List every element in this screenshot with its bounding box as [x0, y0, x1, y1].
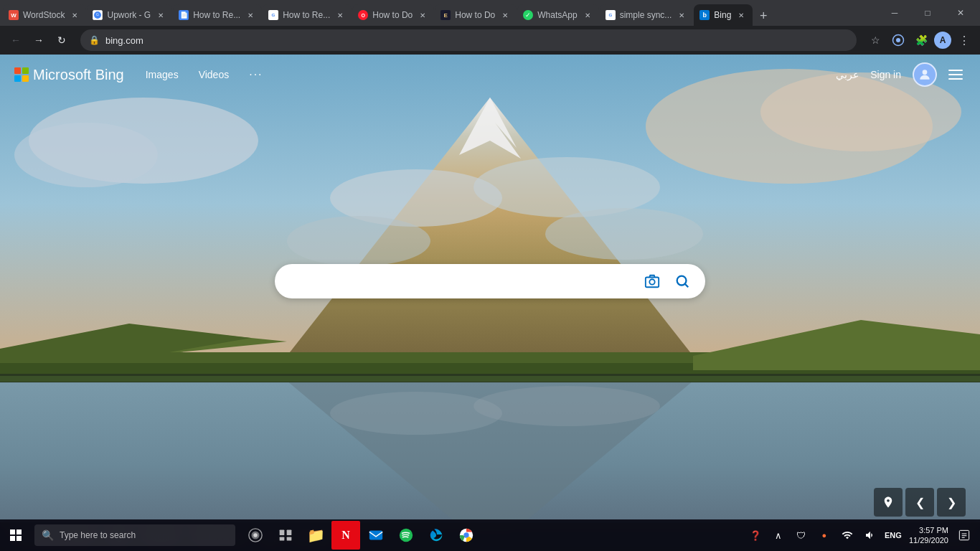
- svg-rect-40: [287, 537, 292, 541]
- tab-favicon-bing: b: [699, 10, 710, 20]
- visual-search-button[interactable]: [639, 268, 665, 294]
- start-button[interactable]: [0, 519, 32, 551]
- taskbar-mail[interactable]: [362, 521, 390, 550]
- svg-point-26: [473, 386, 660, 426]
- tab-close-howtodo1[interactable]: ✕: [417, 9, 428, 21]
- tab-favicon-howtodo1: O: [358, 10, 368, 20]
- systray-volume[interactable]: [860, 525, 880, 545]
- tab-close-howrev[interactable]: ✕: [245, 9, 256, 21]
- bing-user-avatar[interactable]: [913, 62, 937, 87]
- new-tab-button[interactable]: +: [753, 6, 773, 26]
- image-prev-button[interactable]: ❮: [905, 488, 934, 517]
- tab-howrev[interactable]: 📄 How to Re... ✕: [173, 4, 262, 26]
- tab-bing[interactable]: b Bing ✕: [694, 4, 753, 26]
- image-location-button[interactable]: [874, 488, 903, 517]
- svg-rect-41: [369, 531, 382, 540]
- taskbar-systray: ❓ ∧ 🛡 ● ENG 3:57 PM 11/29/2020: [745, 525, 980, 546]
- systray-network[interactable]: [837, 525, 857, 545]
- tab-howreg[interactable]: G How to Re... ✕: [263, 4, 352, 26]
- search-input[interactable]: [289, 275, 639, 288]
- taskbar-edge[interactable]: [422, 521, 451, 550]
- bookmark-button[interactable]: ☆: [865, 30, 885, 50]
- search-button[interactable]: [665, 264, 699, 298]
- tab-close-simplesync[interactable]: ✕: [676, 9, 687, 21]
- taskbar-netflix[interactable]: N: [331, 521, 360, 550]
- background-landscape: [0, 55, 980, 551]
- systray-notification-center[interactable]: [954, 525, 974, 545]
- tab-close-howtodo2[interactable]: ✕: [499, 9, 511, 21]
- tab-label-howtodo2: How to Do: [455, 10, 495, 20]
- bing-nav-images[interactable]: Images: [146, 69, 179, 80]
- tab-favicon-whatsapp: ✓: [523, 10, 533, 20]
- systray-clock[interactable]: 3:57 PM 11/29/2020: [906, 525, 951, 546]
- bing-signin-link[interactable]: Sign in: [870, 69, 901, 80]
- taskbar-search[interactable]: 🔍 Type here to search: [34, 524, 235, 546]
- tab-favicon-simplesync: G: [606, 10, 616, 20]
- bing-hamburger-menu[interactable]: [948, 70, 966, 80]
- chrome-extension-1[interactable]: [888, 30, 908, 50]
- svg-line-33: [685, 284, 688, 287]
- svg-text:G: G: [608, 12, 612, 17]
- tab-close-bing[interactable]: ✕: [735, 9, 747, 21]
- tab-howtodo1[interactable]: O How to Do ✕: [352, 4, 434, 26]
- svg-rect-37: [280, 530, 285, 536]
- forward-button[interactable]: →: [29, 30, 49, 50]
- maximize-button[interactable]: □: [911, 0, 944, 26]
- tab-wordstock[interactable]: W WordStock ✕: [3, 4, 86, 26]
- tab-close-howreg[interactable]: ✕: [334, 9, 346, 21]
- bing-logo[interactable]: Microsoft Bing: [14, 67, 124, 83]
- minimize-button[interactable]: ─: [878, 0, 911, 26]
- tab-bar: W WordStock ✕ G Upwork - G ✕ 📄 How to Re…: [0, 0, 980, 26]
- url-text: bing.com: [105, 35, 848, 46]
- bing-page: Microsoft Bing Images Videos ··· عربي Si…: [0, 55, 980, 551]
- ms-sq-green: [22, 67, 29, 74]
- close-button[interactable]: ✕: [944, 0, 977, 26]
- tab-close-wordstock[interactable]: ✕: [69, 9, 80, 21]
- tab-label-whatsapp: WhatsApp: [537, 10, 577, 20]
- bing-arabic-link[interactable]: عربي: [836, 69, 859, 80]
- taskbar: 🔍 Type here to search 📁 N: [0, 519, 980, 551]
- bing-nav-videos[interactable]: Videos: [199, 69, 230, 80]
- tab-whatsapp[interactable]: ✓ WhatsApp ✕: [517, 4, 598, 26]
- reload-button[interactable]: ↻: [52, 30, 72, 50]
- svg-point-5: [896, 38, 900, 42]
- systray-language[interactable]: ENG: [883, 525, 903, 545]
- menu-line-3: [948, 78, 963, 80]
- svg-point-29: [923, 70, 928, 75]
- profile-avatar[interactable]: A: [934, 32, 951, 49]
- bing-nav-more[interactable]: ···: [249, 68, 263, 81]
- svg-rect-39: [280, 537, 285, 541]
- menu-button[interactable]: ⋮: [954, 30, 974, 50]
- systray-help-icon[interactable]: ❓: [745, 525, 765, 545]
- browser-chrome: W WordStock ✕ G Upwork - G ✕ 📄 How to Re…: [0, 0, 980, 55]
- tab-howtodo2[interactable]: E How to Do ✕: [435, 4, 517, 26]
- tab-simplesync[interactable]: G simple sync... ✕: [600, 4, 694, 26]
- tab-upwork[interactable]: G Upwork - G ✕: [87, 4, 172, 26]
- systray-antivirus[interactable]: 🛡: [791, 525, 811, 545]
- taskbar-search-text: Type here to search: [60, 530, 136, 540]
- taskbar-taskview[interactable]: [271, 521, 300, 550]
- taskbar-file-explorer[interactable]: 📁: [301, 521, 330, 550]
- bing-nav: Microsoft Bing Images Videos ··· عربي Si…: [0, 55, 980, 95]
- tab-close-upwork[interactable]: ✕: [155, 9, 166, 21]
- svg-point-32: [677, 276, 687, 286]
- systray-show-hidden[interactable]: ∧: [768, 525, 788, 545]
- taskbar-spotify[interactable]: [392, 521, 420, 550]
- taskbar-chrome[interactable]: [452, 521, 481, 550]
- systray-app1[interactable]: ●: [814, 525, 834, 545]
- url-bar[interactable]: 🔒 bing.com: [80, 29, 857, 51]
- tab-favicon-howrev: 📄: [179, 10, 189, 20]
- back-button[interactable]: ←: [6, 30, 26, 50]
- extensions-button[interactable]: 🧩: [911, 30, 931, 50]
- bing-nav-links: Images Videos ···: [146, 68, 263, 81]
- image-next-button[interactable]: ❯: [937, 488, 966, 517]
- tab-label-simplesync: simple sync...: [620, 10, 672, 20]
- tab-close-whatsapp[interactable]: ✕: [582, 9, 593, 21]
- taskbar-cortana[interactable]: [241, 521, 270, 550]
- svg-point-44: [463, 532, 468, 537]
- toolbar-icons: ☆ 🧩 A ⋮: [865, 30, 974, 50]
- search-container: [275, 264, 705, 298]
- svg-text:G: G: [97, 12, 100, 17]
- svg-rect-45: [959, 530, 969, 540]
- ms-sq-yellow: [22, 75, 29, 82]
